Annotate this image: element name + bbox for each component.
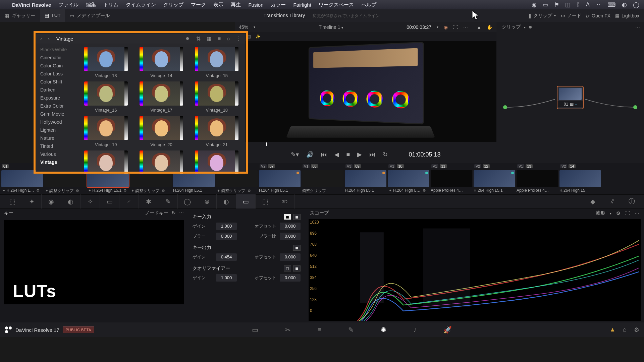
page-edit[interactable]: ≡ [318,326,322,334]
clip-10[interactable]: V110 ✦ H.264 High L… ⚙ [388,164,429,193]
q-gain[interactable]: 1.000 [216,274,237,282]
next-clip-icon[interactable]: ⏭ [369,151,375,158]
btn-nodes[interactable]: ⊶ノード [560,13,581,19]
chevron-down-icon[interactable]: ▾ [341,26,343,29]
scope-type[interactable]: 波形 [596,210,605,216]
palette-primaries[interactable]: ▭ [100,194,119,208]
loop-icon[interactable]: ↻ [383,151,388,158]
palette-3d[interactable]: 3D [275,194,294,208]
palette-qualifier[interactable]: ✎ [158,194,178,208]
menu-file[interactable]: ファイル [58,2,78,8]
clip-8[interactable]: V108 調整クリップ [302,164,343,194]
lut-category-darken[interactable]: Darken [36,86,77,94]
palette-hdr[interactable]: ◐ [61,194,80,208]
home-icon[interactable]: ⌂ [623,326,627,334]
prev-clip-icon[interactable]: ⏮ [321,151,327,158]
timeline-title[interactable]: Timeline 1 [319,24,340,30]
lut-item-vintage_21[interactable]: Vintage_21 [191,116,243,147]
matte-black-icon[interactable]: ◼ [293,214,301,220]
lut-category-grim-movie[interactable]: Grim Movie [36,110,77,118]
lut-category-color-loss[interactable]: Color Loss [36,70,77,78]
in-blur[interactable]: 0.000 [216,233,237,240]
lut-item-vintage_24[interactable]: Vintage_24 [191,150,243,174]
lut-category-hollywood[interactable]: Hollywood [36,118,77,126]
lut-category-tinted[interactable]: Tinted [36,142,77,150]
tab-gallery[interactable]: ▦ギャラリー [0,9,40,22]
palette-sizing[interactable]: ⬚ [256,194,275,208]
nodes-mode[interactable]: クリップ [502,24,521,30]
lut-category-lighten[interactable]: Lighten [36,126,77,134]
more-icon[interactable]: ⋯ [463,24,468,30]
step-back-icon[interactable]: ◀ [334,151,339,158]
chevron-down-icon[interactable]: ▾ [437,25,438,29]
lut-category-black-white[interactable]: Black&White [36,46,77,54]
out-offset[interactable]: 0.000 [280,253,301,261]
corrector-node[interactable]: 01▦▫ [557,86,584,109]
timecode-in[interactable]: 00:00:03:27 [407,24,431,30]
lut-category-color-gain[interactable]: Color Gain [36,62,77,70]
menu-edit[interactable]: 編集 [86,2,96,8]
scope-settings-icon[interactable]: ⚙ [616,210,621,216]
matte-white-icon[interactable]: ◼ [284,214,291,220]
status-script-icon[interactable]: 〰 [596,1,601,8]
tab-lut[interactable]: ▤LUT [40,9,65,22]
palette-color-match[interactable]: ✦ [22,194,42,208]
palette-info[interactable]: ⓘ [622,194,641,208]
playhead[interactable] [266,142,267,146]
menu-fusion[interactable]: Fusion [248,2,263,8]
status-panels-icon[interactable]: ◫ [565,1,571,8]
viewer-tool-2[interactable]: ▤ [247,34,251,39]
page-deliver[interactable]: 🚀 [443,326,452,334]
lut-item-vintage_18[interactable]: Vintage_18 [191,81,243,113]
palette-tracker[interactable]: ⊚ [197,194,217,208]
palette-magic-mask[interactable]: ◐ [217,194,236,208]
in-blur-ratio[interactable]: 0.000 [280,233,301,240]
app-name[interactable]: DaVinci Resolve [12,2,51,8]
lut-item-vintage_16[interactable]: Vintage_16 [80,81,132,113]
clip-11[interactable]: V111 Apple ProRes 4… [431,164,472,193]
scope-more-icon[interactable]: ⋯ [635,210,639,216]
palette-warper[interactable]: ✱ [139,194,158,208]
chevron-down-icon[interactable]: ▾ [254,25,255,29]
menu-workspace[interactable]: ワークスペース [319,2,354,8]
palette-camera-raw[interactable]: ⬚ [3,194,22,208]
viewer-canvas[interactable] [235,41,496,142]
out-invert-icon[interactable]: ◼ [293,245,301,251]
zoom-level[interactable]: 45% [239,24,248,30]
status-siri-icon[interactable]: ◐ [622,1,627,8]
menu-trim[interactable]: トリム [103,2,118,8]
palette-scopes[interactable]: ⫽ [602,194,622,208]
lut-item-vintage_13[interactable]: Vintage_13 [80,47,132,78]
palette-keyframes[interactable]: ◆ [583,194,602,208]
status-a-icon[interactable]: A [586,1,590,8]
hand-icon[interactable]: ✋ [487,24,492,30]
q-offset[interactable]: 0.000 [280,274,301,282]
page-media[interactable]: ▭ [252,326,258,334]
in-offset[interactable]: 0.000 [280,223,301,230]
page-color[interactable]: ✺ [381,326,386,334]
chevron-down-icon[interactable]: ▾ [524,25,526,29]
q-icon-1[interactable]: ◻ [284,265,291,272]
lut-item-vintage_17[interactable]: Vintage_17 [135,81,187,113]
status-keyboard-icon[interactable]: ⌨ [607,1,616,8]
btn-clips[interactable]: ][クリップ▾ [529,13,556,19]
sort-icon[interactable]: ⇅ [195,36,202,42]
page-fairlight[interactable]: ♪ [413,326,417,334]
chevron-down-icon[interactable]: ▾ [610,212,611,215]
volume-icon[interactable]: 🔊 [306,151,314,158]
btn-openfx[interactable]: fxOpen FX [586,13,610,18]
warning-icon[interactable]: ▲ [609,326,615,334]
menu-mark[interactable]: マーク [191,2,206,8]
menu-fairlight[interactable]: Fairlight [293,2,311,8]
settings-icon[interactable]: ⚙ [634,326,639,334]
list-view-icon[interactable]: ≡ [216,36,222,42]
status-bluetooth-icon[interactable]: ᛒ [577,1,580,8]
status-record-icon[interactable]: ◉ [532,1,537,8]
more-icon[interactable]: ⋮ [235,36,243,42]
page-cut[interactable]: ✂ [285,326,291,334]
palette-wheels[interactable]: ◉ [42,194,61,208]
refresh-icon[interactable]: ↻ [172,210,176,216]
clip-9[interactable]: V309 H.264 High L5.1 [345,164,386,193]
pointer-icon[interactable]: ▲ [477,24,481,30]
lut-item-vintage_23[interactable]: Vintage_23 [135,150,187,174]
